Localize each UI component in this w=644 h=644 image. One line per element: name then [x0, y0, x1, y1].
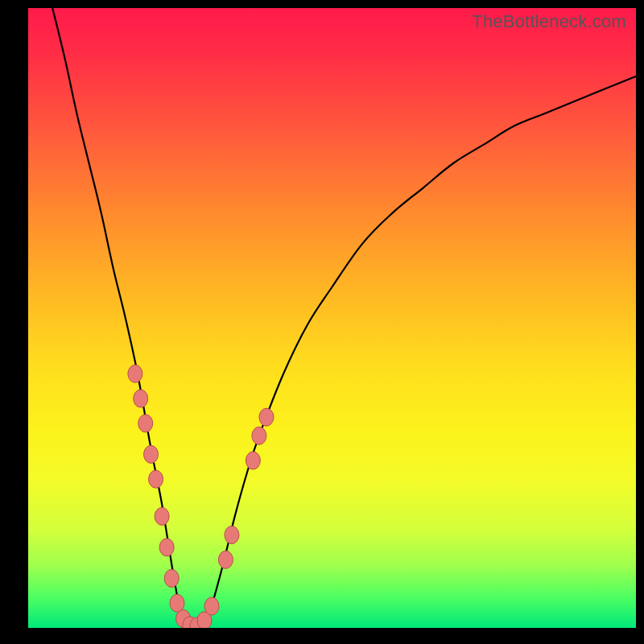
marker — [134, 390, 148, 407]
chart-frame: TheBottleneck.com — [0, 0, 644, 644]
marker — [159, 539, 174, 556]
marker — [155, 507, 169, 525]
marker — [164, 569, 179, 587]
plot-area: TheBottleneck.com — [28, 8, 636, 628]
curve-path — [52, 8, 636, 628]
marker — [149, 470, 163, 488]
marker — [225, 526, 239, 544]
marker — [259, 408, 274, 426]
curve-markers — [128, 365, 274, 628]
marker — [246, 452, 260, 469]
marker — [218, 551, 233, 568]
marker — [128, 365, 142, 382]
marker — [204, 597, 219, 615]
marker — [170, 594, 184, 612]
marker — [144, 445, 159, 463]
chart-svg — [28, 8, 636, 628]
marker — [138, 415, 153, 432]
marker — [252, 427, 266, 444]
